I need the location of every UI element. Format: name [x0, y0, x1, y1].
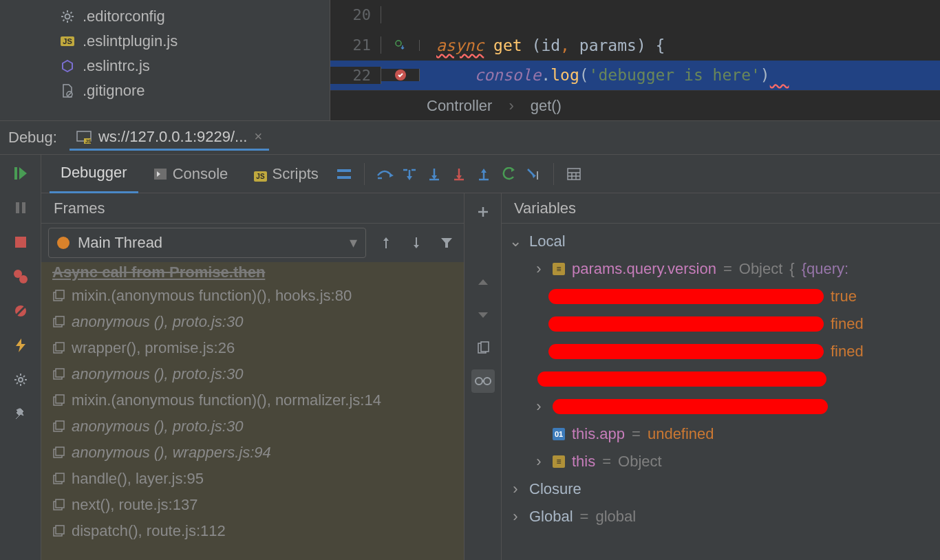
stack-frame-icon	[52, 394, 65, 407]
tree-item-eslintrc[interactable]: .eslintrc.js	[0, 54, 330, 78]
svg-point-19	[19, 378, 23, 382]
stack-frame-icon	[52, 290, 65, 302]
step-out-button[interactable]	[473, 164, 494, 184]
svg-rect-71	[56, 526, 64, 534]
chevron-right-icon: ›	[532, 260, 546, 278]
var-redacted[interactable]: fined	[509, 338, 933, 365]
svg-rect-53	[56, 290, 64, 299]
settings-icon[interactable]	[9, 368, 32, 391]
close-icon[interactable]: ×	[254, 129, 262, 144]
stack-frame-icon	[52, 342, 65, 354]
svg-marker-29	[407, 176, 412, 180]
tree-item-eslintplugin[interactable]: JS .eslintplugin.js	[0, 29, 330, 54]
frame-item[interactable]: mixin.(anonymous function)(), hooks.js:8…	[41, 283, 464, 309]
var-params-query-version[interactable]: › ≡ params.query.version = Object {{quer…	[509, 255, 933, 283]
add-watch-button[interactable]	[471, 200, 495, 224]
scope-closure[interactable]: › Closure	[509, 475, 933, 503]
copy-icon[interactable]	[471, 336, 495, 360]
debug-rail	[0, 155, 41, 560]
watches-icon[interactable]	[471, 369, 495, 393]
frame-item[interactable]: handle(), layer.js:95	[41, 466, 464, 492]
evaluate-button[interactable]	[564, 164, 584, 184]
frames-list[interactable]: Async call from Promise.then mixin.(anon…	[41, 262, 464, 560]
frame-item[interactable]: mixin.(anonymous function)(), normalizer…	[41, 387, 464, 413]
var-redacted[interactable]: ›	[509, 393, 933, 420]
frame-item[interactable]: anonymous (), wrappers.js:94	[41, 440, 464, 466]
tree-item-editorconfig[interactable]: .editorconfig	[0, 4, 330, 29]
svg-rect-77	[481, 342, 489, 352]
console-icon	[153, 168, 167, 180]
svg-rect-63	[56, 421, 64, 429]
object-icon: ≡	[553, 263, 565, 275]
frame-item[interactable]: dispatch(), route.js:112	[41, 518, 464, 544]
frame-item[interactable]: anonymous (), proto.js:30	[41, 413, 464, 440]
svg-rect-59	[56, 369, 64, 377]
view-breakpoints-button[interactable]	[9, 265, 32, 288]
var-this-app[interactable]: 01 this.app = undefined	[509, 420, 933, 448]
chevron-right-icon: ›	[509, 97, 513, 115]
resume-button[interactable]	[9, 162, 32, 185]
pin-icon[interactable]	[9, 402, 32, 426]
chevron-right-icon: ›	[532, 398, 546, 416]
tree-item-gitignore[interactable]: .gitignore	[0, 78, 330, 103]
file-icon	[58, 83, 77, 98]
chevron-right-icon: ›	[532, 453, 546, 471]
frame-item[interactable]: next(), route.js:137	[41, 492, 464, 518]
var-redacted[interactable]	[509, 365, 933, 393]
object-icon: ≡	[553, 455, 565, 468]
frame-item[interactable]: anonymous (), proto.js:30	[41, 309, 464, 335]
next-frame-button[interactable]	[406, 233, 427, 253]
pause-button[interactable]	[9, 196, 32, 219]
tab-console[interactable]: Console	[142, 155, 239, 193]
run-to-cursor-button[interactable]	[523, 164, 544, 184]
svg-rect-12	[22, 202, 25, 213]
tree-item-label: .editorconfig	[83, 8, 165, 25]
prev-frame-button[interactable]	[376, 233, 396, 253]
svg-marker-75	[478, 312, 488, 318]
code-line[interactable]: async get (id, params) {	[420, 36, 940, 54]
js-debug-icon: JS	[76, 129, 92, 144]
bolt-icon[interactable]	[9, 334, 32, 357]
breadcrumb[interactable]: Controller › get()	[330, 90, 940, 120]
tab-scripts[interactable]: JS Scripts	[243, 155, 329, 193]
editor[interactable]: 20 21 async get (id, params) { 22 consol…	[330, 0, 940, 120]
breadcrumb-item[interactable]: get()	[531, 97, 562, 115]
scope-local[interactable]: ⌄ Local	[509, 228, 933, 255]
tab-debugger[interactable]: Debugger	[50, 154, 138, 193]
svg-marker-48	[383, 237, 389, 241]
frame-item[interactable]: wrapper(), promise.js:26	[41, 335, 464, 361]
svg-rect-22	[337, 169, 351, 172]
var-this[interactable]: › ≡ this = Object	[509, 448, 933, 475]
filter-frames-button[interactable]	[436, 233, 457, 253]
svg-marker-37	[481, 169, 487, 173]
stop-button[interactable]	[9, 230, 32, 254]
collapse-up-icon[interactable]	[471, 270, 495, 294]
debug-title: Debug:	[8, 129, 57, 147]
svg-rect-67	[56, 473, 64, 482]
step-into-my-button[interactable]	[424, 164, 445, 184]
svg-point-15	[19, 275, 28, 283]
force-step-into-button[interactable]	[449, 164, 469, 184]
stack-frame-icon	[52, 316, 65, 328]
svg-point-0	[65, 14, 70, 19]
code-line[interactable]: console.log('debugger is here')	[420, 66, 940, 84]
var-redacted[interactable]: fined	[509, 310, 933, 338]
debug-session-tab[interactable]: JS ws://127.0.0.1:9229/... ×	[70, 125, 269, 151]
mute-breakpoints-button[interactable]	[9, 299, 32, 323]
variables-rail	[464, 193, 502, 560]
override-icon[interactable]	[381, 40, 420, 51]
breakpoint-icon[interactable]	[381, 69, 420, 81]
frame-item[interactable]: anonymous (), proto.js:30	[41, 361, 464, 387]
var-redacted[interactable]: true	[509, 283, 933, 310]
layout-settings-icon[interactable]	[334, 164, 354, 184]
scope-global[interactable]: › Global = global	[509, 503, 933, 530]
variables-header: Variables	[502, 193, 940, 224]
step-into-button[interactable]	[399, 164, 420, 184]
breadcrumb-item[interactable]: Controller	[427, 97, 492, 115]
svg-rect-11	[16, 202, 19, 213]
step-over-button[interactable]	[374, 164, 395, 184]
thread-selector[interactable]: Main Thread ▾	[48, 228, 366, 258]
collapse-down-icon[interactable]	[471, 303, 495, 327]
drop-frame-button[interactable]	[498, 164, 519, 184]
svg-rect-69	[56, 499, 64, 508]
